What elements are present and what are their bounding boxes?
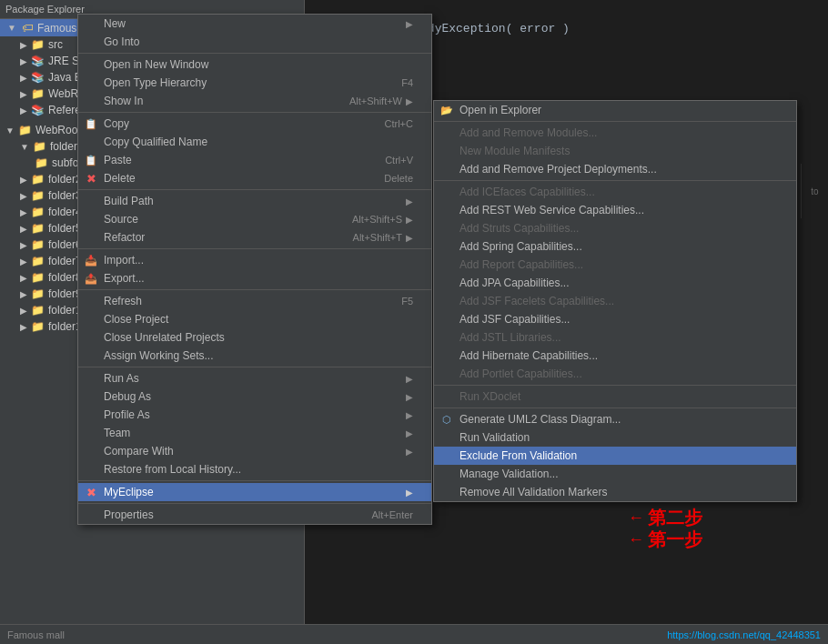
menu-item-assign-working-sets[interactable]: Assign Working Sets... (78, 347, 431, 365)
menu-item-remove-validation-markers[interactable]: Remove All Validation Markers (434, 483, 796, 501)
folder-icon7: 📁 (31, 173, 45, 186)
menu-item-myeclipse[interactable]: ✖ MyEclipse ▶ (78, 483, 431, 501)
menu-shortcut: Ctrl+V (385, 155, 413, 166)
menu-item-export[interactable]: 📤 Export... (78, 269, 431, 287)
menu-item-label: New Module Manifests (459, 145, 570, 157)
menu-item-new-module-manifests[interactable]: New Module Manifests (434, 142, 796, 160)
menu-item-label: Compare With (104, 445, 174, 458)
menu-item-label: Team (104, 427, 130, 439)
menu-item-add-remove-modules[interactable]: Add and Remove Modules... (434, 124, 796, 142)
menu-item-refactor[interactable]: Refactor Alt+Shift+T ▶ (78, 228, 431, 247)
menu-item-label: Run Validation (459, 431, 530, 444)
menu-item-show-in[interactable]: Show In Alt+Shift+W ▶ (78, 92, 431, 110)
menu-item-add-struts[interactable]: Add Struts Capabilities... (434, 219, 796, 237)
menu-item-add-report[interactable]: Add Report Capabilities... (434, 256, 796, 274)
tree-icon: ▶ (20, 322, 27, 332)
menu-item-import[interactable]: 📥 Import... (78, 251, 431, 269)
menu-item-label: Open in New Window (104, 58, 208, 71)
menu-item-paste[interactable]: 📋 Paste Ctrl+V (78, 151, 431, 169)
menu-item-open-type-hierarchy[interactable]: Open Type Hierarchy F4 (78, 74, 431, 92)
status-bar: Famous mall https://blog.csdn.net/qq_424… (0, 624, 828, 644)
menu-item-label: Import... (104, 254, 144, 267)
menu-item-label: Exclude From Validation (459, 449, 577, 462)
menu-item-delete[interactable]: ✖ Delete Delete (78, 169, 431, 187)
menu-item-run-validation[interactable]: Run Validation (434, 428, 796, 447)
tree-icon: ▶ (20, 257, 27, 267)
folder-icon13: 📁 (31, 271, 45, 284)
export-icon: 📤 (84, 271, 98, 286)
tree-icon: ▶ (20, 175, 27, 185)
menu-item-label: Generate UML2 Class Diagram... (459, 413, 621, 426)
menu-shortcut: Alt+Shift+S (352, 214, 402, 225)
menu-item-run-as[interactable]: Run As ▶ (78, 369, 431, 387)
menu-shortcut: Alt+Enter (371, 509, 413, 520)
tree-icon: ▶ (20, 273, 27, 283)
menu-item-copy[interactable]: 📋 Copy Ctrl+C (78, 115, 431, 133)
menu-item-label: Run As (104, 372, 139, 385)
menu-item-label: Source (104, 213, 138, 226)
menu-item-debug-as[interactable]: Debug As ▶ (78, 387, 431, 406)
menu-item-label: Assign Working Sets... (104, 349, 214, 362)
menu-item-label: Manage Validation... (459, 468, 559, 480)
menu-item-close-project[interactable]: Close Project (78, 310, 431, 328)
menu-item-label: Show In (104, 95, 143, 107)
menu-item-label: Properties (104, 508, 154, 521)
menu-item-team[interactable]: Team ▶ (78, 424, 431, 442)
menu-item-add-portlet[interactable]: Add Portlet Capabilities... (434, 365, 796, 383)
menu-item-label: Add Portlet Capabilities... (459, 367, 582, 380)
context-menu-right: 📂 Open in Explorer Add and Remove Module… (433, 100, 797, 502)
menu-item-gointo[interactable]: Go Into (78, 33, 431, 51)
folder-icon4: 📁 (18, 124, 32, 136)
menu-item-exclude-validation[interactable]: Exclude From Validation (434, 447, 796, 465)
menu-item-label: Profile As (104, 408, 150, 421)
menu-item-compare-with[interactable]: Compare With ▶ (78, 442, 431, 460)
menu-item-add-jpa[interactable]: Add JPA Capabilities... (434, 274, 796, 292)
folder-icon8: 📁 (31, 189, 45, 202)
menu-item-add-jsf[interactable]: Add JSF Capabilities... (434, 310, 796, 328)
tree-expand-icon: ▼ (5, 22, 18, 35)
lib-icon3: 📚 (31, 104, 45, 116)
menu-item-add-jsf-facelets[interactable]: Add JSF Facelets Capabilities... (434, 292, 796, 310)
menu-item-manage-validation[interactable]: Manage Validation... (434, 465, 796, 483)
menu-item-build-path[interactable]: Build Path ▶ (78, 192, 431, 210)
menu-separator-2 (78, 112, 431, 113)
menu-item-add-remove-deployments[interactable]: Add and Remove Project Deployments... (434, 160, 796, 178)
menu-item-add-rest[interactable]: Add REST Web Service Capabilities... (434, 201, 796, 219)
menu-item-add-jstl[interactable]: Add JSTL Libraries... (434, 328, 796, 347)
menu-item-label: Add Spring Capabilities... (459, 240, 582, 253)
tree-icon: ▶ (20, 207, 27, 217)
menu-item-new[interactable]: New ▶ (78, 15, 431, 33)
tree-item-label: src (48, 38, 63, 51)
menu-item-add-icefaces[interactable]: Add ICEfaces Capabilities... (434, 183, 796, 201)
menu-item-label: Add ICEfaces Capabilities... (459, 186, 595, 198)
menu-item-refresh[interactable]: Refresh F5 (78, 292, 431, 310)
menu-item-source[interactable]: Source Alt+Shift+S ▶ (78, 210, 431, 228)
menu-item-profile-as[interactable]: Profile As ▶ (78, 406, 431, 424)
submenu-arrow: ▶ (406, 374, 413, 384)
menu-separator-3 (78, 189, 431, 190)
menu-item-run-xdoclet[interactable]: Run XDoclet (434, 387, 796, 406)
folder-icon11: 📁 (31, 238, 45, 251)
tree-icon: ▶ (20, 106, 27, 116)
menu-separator-8 (78, 503, 431, 504)
menu-item-add-hibernate[interactable]: Add Hibernate Capabilities... (434, 347, 796, 365)
folder-icon12: 📁 (31, 255, 45, 267)
menu-item-open-new-window[interactable]: Open in New Window (78, 55, 431, 74)
menu-item-restore-local[interactable]: Restore from Local History... (78, 460, 431, 478)
menu-item-close-unrelated[interactable]: Close Unrelated Projects (78, 328, 431, 347)
menu-shortcut: F4 (401, 77, 413, 88)
menu-item-label: Close Project (104, 313, 168, 326)
tree-header-label: Package Explorer (5, 4, 85, 15)
paste-icon: 📋 (84, 153, 98, 167)
menu-item-add-spring[interactable]: Add Spring Capabilities... (434, 237, 796, 256)
menu-item-label: Copy (104, 117, 129, 130)
menu-item-generate-uml2[interactable]: ⬡ Generate UML2 Class Diagram... (434, 410, 796, 428)
menu-item-open-explorer[interactable]: 📂 Open in Explorer (434, 101, 796, 119)
folder-open-icon: 📂 (439, 103, 454, 117)
submenu-arrow: ▶ (406, 488, 413, 498)
menu-item-copy-qualified-name[interactable]: Copy Qualified Name (78, 133, 431, 151)
tree-item-label: folder (50, 140, 77, 153)
menu-item-label: Go Into (104, 35, 139, 48)
menu-item-properties[interactable]: Properties Alt+Enter (78, 506, 431, 524)
menu-item-label: Add and Remove Modules... (459, 126, 597, 139)
